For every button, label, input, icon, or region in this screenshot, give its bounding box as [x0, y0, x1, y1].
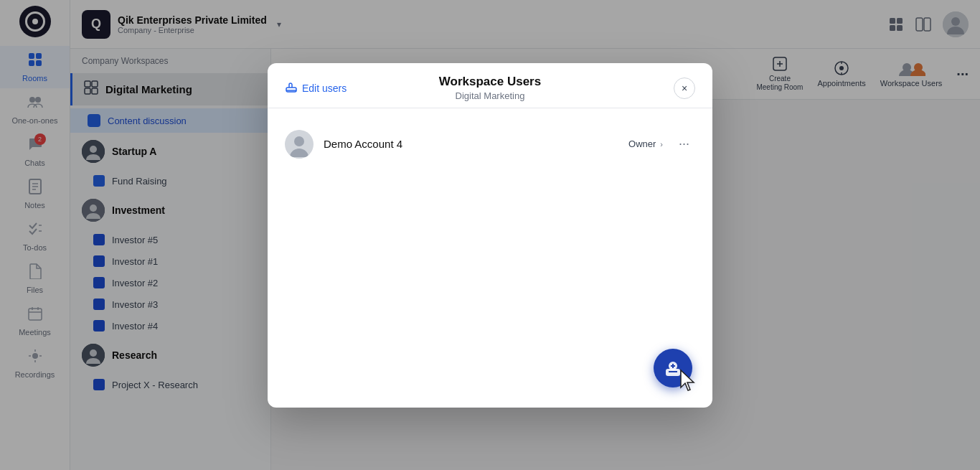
modal-title-center: Workspace Users Digital Marketing — [439, 75, 541, 101]
user-role: Owner — [628, 138, 656, 149]
modal-close-btn[interactable]: × — [674, 77, 695, 99]
add-user-fab[interactable] — [654, 349, 692, 387]
user-row: Demo Account 4 Owner › ··· — [285, 123, 695, 166]
svg-rect-48 — [286, 88, 296, 92]
user-name: Demo Account 4 — [324, 138, 618, 150]
modal-body: Demo Account 4 Owner › ··· — [268, 108, 712, 408]
modal-subtitle: Digital Marketing — [439, 90, 541, 101]
user-role-area: Owner › — [628, 138, 663, 149]
svg-point-50 — [294, 136, 304, 146]
edit-users-label: Edit users — [302, 83, 347, 94]
modal-header-left: Edit users — [285, 80, 347, 96]
close-icon: × — [682, 83, 687, 94]
workspace-users-modal: Edit users Workspace Users Digital Marke… — [268, 63, 712, 408]
role-chevron-icon[interactable]: › — [660, 140, 663, 149]
edit-icon — [285, 80, 298, 96]
modal-title: Workspace Users — [439, 75, 541, 89]
modal-overlay: Edit users Workspace Users Digital Marke… — [0, 0, 980, 470]
user-avatar-demo — [285, 130, 314, 159]
user-more-btn[interactable]: ··· — [673, 133, 695, 154]
edit-users-btn[interactable]: Edit users — [285, 80, 347, 96]
modal-header: Edit users Workspace Users Digital Marke… — [268, 63, 712, 108]
